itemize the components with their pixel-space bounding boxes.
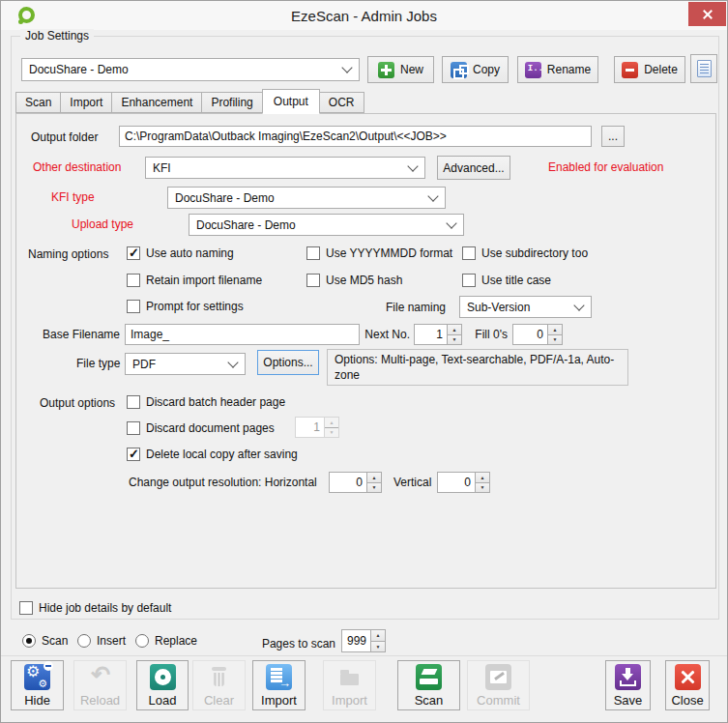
checkbox-retain-import-filename[interactable]: Retain import filename — [127, 273, 262, 288]
radio-circle[interactable] — [77, 634, 91, 648]
load-button[interactable]: Load — [136, 660, 189, 710]
job-details-button[interactable] — [690, 54, 717, 83]
tab-ocr[interactable]: OCR — [319, 92, 364, 113]
checkbox-discard-document-pages[interactable]: Discard document pages — [127, 420, 275, 436]
checkbox-box[interactable] — [19, 601, 33, 615]
radio-circle[interactable] — [135, 634, 149, 648]
upload-type-label: Upload type — [72, 217, 133, 231]
fill-zeros-label: Fill 0's — [467, 328, 508, 341]
upload-type-select[interactable]: DocuShare - Demo — [189, 214, 464, 236]
import-folder-button: Import — [323, 660, 376, 710]
checkbox-box[interactable] — [127, 300, 140, 313]
vertical-label: Vertical — [393, 476, 431, 489]
checkbox-box[interactable] — [127, 246, 140, 260]
commit-icon — [485, 664, 511, 690]
radio-insert[interactable]: Insert — [77, 634, 126, 648]
chevron-down-icon — [407, 160, 418, 171]
checkbox-use-title-case[interactable]: Use title case — [462, 273, 551, 288]
close-icon — [675, 664, 701, 690]
checkbox-box[interactable] — [127, 395, 140, 409]
resolution-label: Change output resolution: Horizontal — [129, 476, 317, 489]
checkbox-box[interactable] — [127, 421, 140, 435]
save-icon — [615, 664, 641, 690]
kfi-type-select[interactable]: DocuShare - Demo — [167, 187, 446, 209]
spin-up-icon[interactable] — [367, 473, 381, 483]
save-button[interactable]: Save — [605, 660, 651, 710]
checkbox-box[interactable] — [306, 246, 320, 260]
vertical-resolution-spinner[interactable]: 0 — [437, 472, 490, 493]
spin-down-icon[interactable] — [367, 483, 381, 493]
chevron-down-icon — [227, 357, 238, 367]
new-button[interactable]: New — [367, 56, 434, 83]
rename-button[interactable]: Rename — [517, 56, 598, 83]
spin-down-icon[interactable] — [448, 335, 461, 345]
scan-button[interactable]: Scan — [397, 660, 460, 710]
output-folder-input[interactable]: C:\ProgramData\Outback Imaging\EzeScan2\… — [119, 126, 592, 147]
evaluation-status: Enabled for evaluation — [548, 160, 663, 174]
pages-to-scan-spinner[interactable]: 999 — [341, 629, 386, 652]
delete-icon — [622, 62, 638, 78]
checkbox-box[interactable] — [306, 274, 320, 287]
spin-up-icon[interactable] — [371, 630, 385, 642]
spin-up-icon[interactable] — [448, 325, 461, 335]
checkbox-use-yyyymmdd[interactable]: Use YYYYMMDD format — [306, 246, 452, 261]
fill-zeros-spinner[interactable]: 0 — [512, 324, 563, 345]
other-destination-select[interactable]: KFI — [145, 157, 425, 179]
tab-output[interactable]: Output — [262, 89, 320, 114]
job-selector[interactable]: DocuShare - Demo — [21, 58, 360, 81]
spin-down-icon[interactable] — [371, 642, 385, 652]
options-button[interactable]: Options... — [257, 350, 319, 375]
radio-replace[interactable]: Replace — [135, 634, 197, 648]
checkbox-box[interactable] — [462, 274, 476, 287]
spin-up-icon[interactable] — [476, 473, 489, 483]
tab-enhancement[interactable]: Enhancement — [111, 92, 202, 113]
checkbox-prompt-for-settings[interactable]: Prompt for settings — [127, 299, 244, 314]
tab-import[interactable]: Import — [60, 92, 112, 113]
spin-down-icon — [325, 428, 338, 438]
import-button[interactable]: Import — [252, 660, 306, 710]
job-selector-value: DocuShare - Demo — [29, 63, 129, 76]
base-filename-input[interactable]: Image_ — [125, 324, 360, 345]
checkbox-delete-local-copy[interactable]: Delete local copy after saving — [127, 447, 298, 462]
reload-button: Reload — [73, 660, 127, 710]
window-close-button[interactable] — [688, 2, 726, 26]
spin-down-icon[interactable] — [548, 335, 562, 345]
checkbox-use-auto-naming[interactable]: Use auto naming — [127, 246, 234, 261]
radio-scan[interactable]: Scan — [22, 634, 68, 648]
base-filename-label: Base Filename — [43, 328, 120, 341]
save-tray-icon — [620, 680, 636, 686]
delete-button[interactable]: Delete — [614, 56, 685, 83]
trash-icon — [206, 664, 232, 690]
copy-button[interactable]: Copy — [442, 56, 509, 83]
next-no-spinner[interactable]: 1 — [414, 324, 462, 345]
new-icon — [378, 62, 394, 78]
hide-button[interactable]: Hide — [11, 660, 64, 710]
spin-up-icon[interactable] — [548, 325, 562, 335]
file-naming-select[interactable]: Sub-Version — [459, 296, 592, 318]
document-icon — [697, 60, 712, 77]
checkbox-use-subdirectory[interactable]: Use subdirectory too — [462, 246, 588, 261]
checkbox-box[interactable] — [127, 274, 140, 287]
kfi-type-label: KFI type — [51, 190, 95, 204]
browse-button[interactable]: ... — [601, 126, 625, 147]
checkbox-discard-batch-header[interactable]: Discard batch header page — [127, 394, 285, 410]
next-no-label: Next No. — [350, 328, 410, 341]
chevron-down-icon — [573, 300, 584, 310]
discard-pages-spinner: 1 — [295, 417, 339, 438]
checkbox-hide-job-details[interactable]: Hide job details by default — [19, 600, 171, 616]
file-type-label: File type — [76, 357, 120, 370]
advanced-button[interactable]: Advanced... — [437, 156, 510, 180]
reload-icon — [87, 664, 113, 690]
horizontal-resolution-spinner[interactable]: 0 — [329, 472, 382, 493]
file-type-select[interactable]: PDF — [125, 353, 246, 375]
tab-profiling[interactable]: Profiling — [201, 92, 262, 113]
checkbox-use-md5-hash[interactable]: Use MD5 hash — [306, 273, 402, 288]
job-settings-group: Job Settings DocuShare - Demo New Copy R… — [11, 36, 719, 620]
checkbox-box[interactable] — [462, 246, 476, 260]
radio-circle[interactable] — [22, 634, 36, 648]
rename-icon — [525, 62, 541, 78]
close-button[interactable]: Close — [665, 660, 710, 710]
tab-scan[interactable]: Scan — [15, 92, 61, 113]
checkbox-box[interactable] — [127, 448, 140, 461]
spin-down-icon[interactable] — [476, 483, 489, 493]
